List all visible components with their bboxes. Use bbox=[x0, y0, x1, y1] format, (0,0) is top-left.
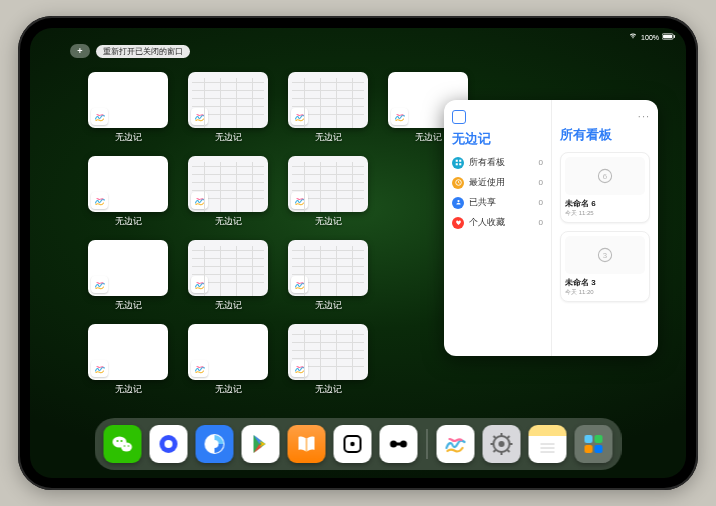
board-thumb: 3 bbox=[565, 236, 645, 274]
freeform-icon bbox=[191, 276, 208, 293]
svg-point-16 bbox=[121, 440, 123, 442]
window-thumb bbox=[88, 72, 168, 128]
dock-settings-icon[interactable] bbox=[483, 425, 521, 463]
battery-text: 100% bbox=[641, 34, 659, 41]
detail-title-right: 所有看板 bbox=[560, 126, 650, 144]
app-window[interactable]: 无边记 bbox=[88, 324, 168, 396]
app-window[interactable]: 无边记 bbox=[288, 240, 368, 312]
add-button[interactable]: + bbox=[70, 44, 90, 58]
svg-rect-42 bbox=[585, 445, 593, 453]
svg-point-23 bbox=[350, 442, 354, 446]
window-thumb bbox=[288, 240, 368, 296]
app-window[interactable]: 无边记 bbox=[88, 156, 168, 228]
reopen-closed-window-button[interactable]: 重新打开已关闭的窗口 bbox=[96, 45, 190, 58]
dock-wechat-icon[interactable] bbox=[104, 425, 142, 463]
nav-item-clock[interactable]: 最近使用0 bbox=[452, 176, 543, 189]
share-icon bbox=[452, 197, 464, 209]
svg-rect-4 bbox=[459, 160, 461, 162]
nav-count: 0 bbox=[539, 218, 543, 227]
dock-connect-icon[interactable] bbox=[380, 425, 418, 463]
svg-rect-41 bbox=[595, 435, 603, 443]
nav-label: 最近使用 bbox=[469, 176, 505, 189]
window-thumb bbox=[188, 72, 268, 128]
nav-count: 0 bbox=[539, 198, 543, 207]
dock-library-icon[interactable] bbox=[575, 425, 613, 463]
svg-line-34 bbox=[508, 450, 510, 452]
more-icon[interactable]: ··· bbox=[560, 110, 650, 122]
window-label: 无边记 bbox=[215, 383, 242, 396]
dock-dice-icon[interactable] bbox=[334, 425, 372, 463]
heart-icon bbox=[452, 217, 464, 229]
app-window[interactable]: 无边记 bbox=[188, 156, 268, 228]
clock-icon bbox=[452, 177, 464, 189]
svg-rect-26 bbox=[396, 443, 402, 446]
board-tile[interactable]: 3未命名 3今天 11:20 bbox=[560, 231, 650, 302]
battery-icon bbox=[662, 33, 676, 42]
window-thumb bbox=[88, 156, 168, 212]
svg-text:6: 6 bbox=[603, 172, 607, 181]
nav-label: 个人收藏 bbox=[469, 216, 505, 229]
app-window[interactable]: 无边记 bbox=[188, 72, 268, 144]
window-label: 无边记 bbox=[315, 383, 342, 396]
board-sub: 今天 11:25 bbox=[565, 209, 645, 218]
board-tile[interactable]: 6未命名 6今天 11:25 bbox=[560, 152, 650, 223]
status-right: 100% bbox=[628, 32, 676, 42]
window-label: 无边记 bbox=[115, 299, 142, 312]
detail-sidebar: 无边记 所有看板0最近使用0已共享0个人收藏0 bbox=[444, 100, 552, 356]
grid-icon bbox=[452, 157, 464, 169]
nav-item-grid[interactable]: 所有看板0 bbox=[452, 156, 543, 169]
app-window[interactable]: 无边记 bbox=[288, 72, 368, 144]
dock-quark-icon[interactable] bbox=[150, 425, 188, 463]
freeform-icon bbox=[291, 276, 308, 293]
freeform-icon bbox=[391, 108, 408, 125]
svg-rect-43 bbox=[595, 445, 603, 453]
boards-list: 6未命名 6今天 11:253未命名 3今天 11:20 bbox=[560, 152, 650, 302]
board-label: 未命名 3 bbox=[565, 277, 645, 288]
dock-separator bbox=[427, 429, 428, 459]
svg-point-18 bbox=[128, 445, 130, 447]
detail-content: ··· 所有看板 6未命名 6今天 11:253未命名 3今天 11:20 bbox=[552, 100, 658, 356]
app-window[interactable]: 无边记 bbox=[288, 324, 368, 396]
nav-item-share[interactable]: 已共享0 bbox=[452, 196, 543, 209]
window-thumb bbox=[188, 240, 268, 296]
screen: 100% + 重新打开已关闭的窗口 无边记无边记无边记无边记无边记无边记无边记无… bbox=[30, 28, 686, 478]
svg-point-15 bbox=[117, 440, 119, 442]
window-thumb bbox=[88, 324, 168, 380]
svg-rect-6 bbox=[459, 163, 461, 165]
svg-line-36 bbox=[508, 436, 510, 438]
nav-label: 所有看板 bbox=[469, 156, 505, 169]
svg-rect-5 bbox=[455, 163, 457, 165]
app-window[interactable]: 无边记 bbox=[88, 72, 168, 144]
app-window[interactable]: 无边记 bbox=[288, 156, 368, 228]
detail-title: 无边记 bbox=[452, 130, 543, 148]
dock-gplay-icon[interactable] bbox=[242, 425, 280, 463]
sidebar-icon bbox=[452, 110, 466, 124]
window-label: 无边记 bbox=[115, 383, 142, 396]
window-label: 无边记 bbox=[315, 131, 342, 144]
freeform-icon bbox=[91, 192, 108, 209]
dock-books-icon[interactable] bbox=[288, 425, 326, 463]
window-thumb bbox=[288, 72, 368, 128]
freeform-icon bbox=[91, 360, 108, 377]
app-window[interactable]: 无边记 bbox=[88, 240, 168, 312]
nav-count: 0 bbox=[539, 178, 543, 187]
dock-qqbrowser-icon[interactable] bbox=[196, 425, 234, 463]
svg-line-33 bbox=[494, 436, 496, 438]
window-label: 无边记 bbox=[115, 131, 142, 144]
app-detail-card[interactable]: 无边记 所有看板0最近使用0已共享0个人收藏0 ··· 所有看板 6未命名 6今… bbox=[444, 100, 658, 356]
nav-item-heart[interactable]: 个人收藏0 bbox=[452, 216, 543, 229]
app-window[interactable]: 无边记 bbox=[188, 324, 268, 396]
freeform-icon bbox=[291, 360, 308, 377]
top-controls: + 重新打开已关闭的窗口 bbox=[70, 44, 190, 58]
dock-freeform-icon[interactable] bbox=[437, 425, 475, 463]
freeform-icon bbox=[191, 108, 208, 125]
app-window[interactable]: 无边记 bbox=[188, 240, 268, 312]
dock-notes-icon[interactable] bbox=[529, 425, 567, 463]
svg-line-35 bbox=[494, 450, 496, 452]
nav-count: 0 bbox=[539, 158, 543, 167]
board-label: 未命名 6 bbox=[565, 198, 645, 209]
dock bbox=[95, 418, 622, 470]
svg-text:3: 3 bbox=[603, 251, 607, 260]
freeform-icon bbox=[91, 276, 108, 293]
window-thumb bbox=[188, 324, 268, 380]
